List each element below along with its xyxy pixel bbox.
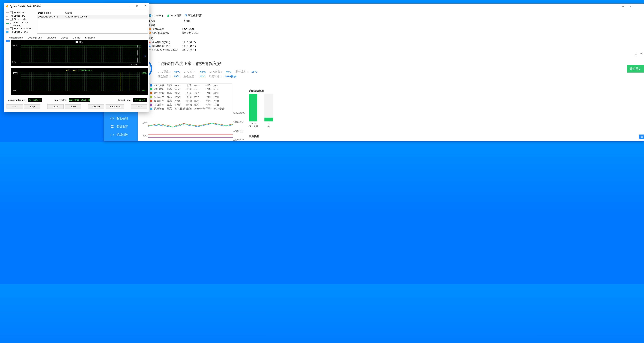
aida-titlebar[interactable]: System Stability Test - AIDA64 — ▢ ✕ [4,3,149,9]
gear-icon [110,116,114,120]
table-row: 显卡温度最高:18°C最低:17°C平均:18°C [148,95,232,99]
elapsed-label: Elapsed Time: [117,99,131,101]
minimize-button[interactable]: — [125,4,133,9]
svg-rect-19 [6,12,9,13]
y-max: 100 °C [12,44,18,46]
row-field: HFS128G3AMNB-2200A [152,48,182,51]
preferences-button[interactable]: Preferences [106,104,124,109]
tab-statistics[interactable]: Statistics [83,36,97,40]
checkbox-label: Stress FPU [14,14,25,17]
apps-icon [110,125,114,128]
svg-rect-1 [150,14,151,16]
row-value: 28 °C (82 °F) [182,41,196,44]
cpu-usage-chart: CPU Usage | CPU Throttling 100% 0% 100% … [11,68,148,94]
svg-point-8 [149,42,150,43]
row-value: 18 °C (64 °F) [182,45,196,47]
svg-point-10 [149,46,150,47]
bar-value: 100% [248,122,258,125]
sidebar-item-label: 装机推荐 [116,125,128,128]
svg-rect-16 [111,127,112,128]
checkbox-label: Stress GPU(s) [14,30,28,33]
gpu-icon [6,31,9,33]
table-row: 风扇转速最高:2771转/分最低:2666转/分平均:2714转/分 [148,107,232,111]
tab-cooling-fans[interactable]: Cooling Fans [26,36,44,40]
y-min: 0 °C [12,61,16,63]
log-row[interactable]: 2021/3/19 10:38:48 Stability Test: Start… [38,15,148,18]
row-value: 25 °C (77 °F) [182,48,196,51]
toolbar-bios-update[interactable]: BIOS 更新 [167,14,181,17]
monitor-stats: CPU温度：46°C CPU核心：46°C CPU封装：46°C 显卡温度：18… [138,68,268,82]
start-button[interactable]: Start [6,104,23,109]
svg-rect-21 [6,19,9,20]
save-button[interactable]: Save [65,104,81,109]
close-button[interactable]: Close [131,104,147,109]
battery-label: Remaining Battery: [6,99,26,101]
legend-cpu-checkbox[interactable] [76,41,78,43]
aida-buttons: Start Stop Clear Save CPUID Preferences … [6,104,148,110]
aida-window: System Stability Test - AIDA64 — ▢ ✕ Str… [4,3,149,112]
table-row: 主板温度最高:15°C最低:15°C平均:15°C [148,103,232,107]
stop-button[interactable]: Stop [24,104,40,109]
stress-memory-checkbox[interactable] [10,22,12,25]
svg-point-2 [185,14,186,16]
memory-icon [6,23,9,25]
toolbar-label: BIOS 更新 [170,14,181,17]
bar-value: 1 [264,122,268,125]
log-header-status: Status [65,12,147,14]
status-row: Remaining Battery: No battery Test Start… [6,96,148,104]
y2-min: 0% [142,89,145,92]
battery-value: No battery [28,98,42,102]
legend-usage: CPU Usage [66,69,76,71]
checkbox-label: Stress system memory [14,21,36,26]
sidebar-item-games[interactable]: 游戏精选 [104,131,138,139]
cpu-usage-bar [249,94,258,122]
sidebar-item-install[interactable]: 装机推荐 [104,122,138,131]
game-icon [110,133,114,137]
monitor-title: 当前硬件温度正常，散热情况良好 [158,61,222,66]
cpu-icon [6,12,9,14]
row-field: 传感器类型 [152,28,182,31]
log-cell: Stability Test: Started [65,15,147,18]
toolbar-driver-update[interactable]: 驱动程序更新 [184,14,202,17]
resource-title: 系统资源耗用 [249,89,268,92]
chart-legend: CPU [11,41,148,43]
graph-legend-strip[interactable] [6,40,10,96]
toolbar-pc-backup[interactable]: PC Backup [148,14,164,17]
stress-checklist: Stress CPU 123Stress FPU Stress cache St… [6,11,36,34]
stress-cache-checkbox[interactable] [10,18,12,20]
temperature-chart: CPU 100 °C 0 °C 28 10:38:48 [11,40,148,66]
stress-gpu-checkbox[interactable] [10,31,12,33]
tab-clocks[interactable]: Clocks [58,36,70,40]
tab-temperatures[interactable]: Temperatures [6,36,25,40]
stress-disks-checkbox[interactable] [10,27,12,30]
clear-button[interactable]: Clear [47,104,64,109]
svg-point-13 [111,117,114,120]
row-value: Driver (NV-DRV) [182,32,199,34]
sidebar-item-label: 驱动检测 [116,117,128,120]
temp-history-table: CPU温度最高:48°C最低:46°C平均:47°C CPU核心最高:52°C最… [148,83,232,111]
y-max: 100% [13,72,18,74]
cpuid-button[interactable]: CPUID [88,104,104,109]
monitor-panel: ⤓ ≡ 当前硬件温度正常，散热情况良好 散热压力 CPU温度：46°C CPU核… [138,52,268,82]
svg-rect-15 [112,125,114,126]
stress-fpu-checkbox[interactable] [10,15,12,17]
svg-rect-23 [6,28,9,29]
chart-legend: CPU Usage | CPU Throttling [11,69,148,71]
bar-label: 内 [264,125,268,128]
row-value: HDD, ACPI [182,28,194,30]
download-icon [167,14,170,17]
row-field: 图形处理器(GPU) [152,44,182,48]
legend-label: CPU [79,41,83,43]
tab-unified[interactable]: Unified [70,36,82,40]
start-label: Test Started: [54,99,67,101]
tab-voltages[interactable]: Voltages [44,36,58,40]
maximize-button[interactable]: ▢ [133,4,141,9]
disk-icon [6,28,9,30]
log-list[interactable]: Date & Time Status 2021/3/19 10:38:48 St… [37,11,148,34]
stress-cpu-checkbox[interactable] [10,11,12,14]
table-row: CPU温度最高:48°C最低:46°C平均:47°C [148,84,232,88]
close-button[interactable]: ✕ [141,4,149,9]
sidebar-item-driver[interactable]: 驱动检测 [104,114,138,122]
current-value: 28 [144,55,146,57]
y2-max: 100% [142,72,147,74]
